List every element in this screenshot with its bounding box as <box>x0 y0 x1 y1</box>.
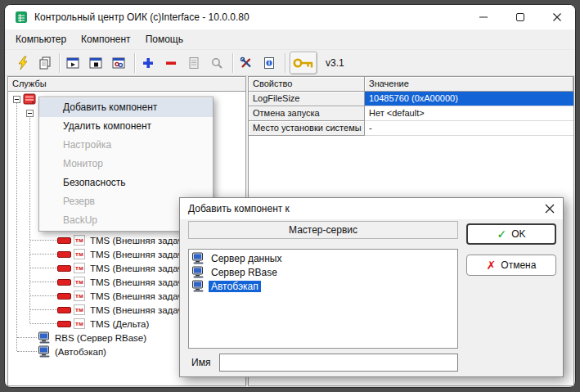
toolbar-version-label: v3.1 <box>326 57 344 69</box>
remove-component-button[interactable] <box>160 52 182 74</box>
documents-icon <box>38 56 52 70</box>
check-icon: ✓ <box>497 228 506 241</box>
toolbar-separator <box>232 53 234 73</box>
component-type-list[interactable]: Сервер данных Сервер RBase Автобэкап <box>188 249 458 349</box>
close-button[interactable] <box>538 5 575 29</box>
document-icon <box>187 56 201 70</box>
toolbar: v3.1 <box>5 49 575 76</box>
info-icon <box>262 56 277 70</box>
gears-window-icon <box>111 56 126 70</box>
computer-icon <box>191 252 205 264</box>
close-icon <box>545 204 555 214</box>
tm-component-icon: тм <box>74 291 85 301</box>
start-component-button[interactable] <box>62 52 83 74</box>
computer-icon <box>191 280 205 292</box>
tree-item-label: TMS (Внешняя задача) <box>90 277 191 287</box>
dialog-title: Добавить компонент к <box>188 203 290 214</box>
ok-button[interactable]: ✓ OK <box>466 223 556 245</box>
tm-component-icon: тм <box>74 263 85 273</box>
app-window: Контрольный центр ОИК (c)Interface - 10.… <box>4 4 576 388</box>
property-name-cell[interactable]: Место установки системы <box>249 121 365 136</box>
menu-item-monitor: Монитор <box>39 155 213 173</box>
properties-button[interactable] <box>183 52 205 74</box>
tree-item-label: TMS (Внешняя задача) <box>90 236 191 246</box>
toolbar-separator <box>285 53 286 73</box>
dialog-title-bar[interactable]: Добавить компонент к <box>180 198 563 219</box>
minus-icon <box>164 56 178 70</box>
tree-item-label: TMS (Дельта) <box>90 319 149 329</box>
tm-component-icon: тм <box>74 235 85 246</box>
menu-item-security[interactable]: Безопасность <box>39 173 213 192</box>
menu-component[interactable]: Компонент <box>74 29 138 49</box>
find-button[interactable] <box>206 52 227 74</box>
list-item-rbase-server[interactable]: Сервер RBase <box>189 265 457 279</box>
ok-label: OK <box>511 228 525 240</box>
tree-item-label: (Автобэкап) <box>55 347 106 357</box>
tools-icon <box>239 56 254 70</box>
list-item-label: Сервер данных <box>209 253 285 264</box>
stopped-status-icon <box>57 293 71 300</box>
add-component-dialog: Добавить компонент к Мастер-сервис ✓ OK … <box>179 197 564 377</box>
settings-tools-button[interactable] <box>236 52 257 74</box>
lightning-icon <box>16 56 30 70</box>
stopped-status-icon <box>57 279 71 286</box>
app-icon <box>15 11 28 24</box>
info-button[interactable] <box>259 52 280 74</box>
property-name-cell[interactable]: LogFileSize <box>249 92 365 106</box>
stopped-status-icon <box>57 237 71 244</box>
list-item-label: Сервер RBase <box>209 267 280 278</box>
stop-component-button[interactable] <box>85 52 106 74</box>
collapse-toggle[interactable] <box>26 110 34 117</box>
monitor-button[interactable] <box>108 52 129 74</box>
cancel-label: Отмена <box>501 259 536 271</box>
computer-icon <box>38 345 52 358</box>
menu-item-settings: Настройка <box>39 136 213 155</box>
menu-help[interactable]: Помощь <box>138 29 191 49</box>
minimize-icon <box>479 13 488 21</box>
menu-item-add-component[interactable]: Добавить компонент <box>39 98 213 117</box>
list-item-data-server[interactable]: Сервер данных <box>189 251 457 265</box>
computer-icon <box>38 331 52 344</box>
name-label: Имя <box>191 354 210 372</box>
cancel-button[interactable]: ✗ Отмена <box>466 255 556 276</box>
stopped-status-icon <box>57 321 71 327</box>
maximize-icon <box>516 13 524 21</box>
journal-button[interactable] <box>34 52 56 74</box>
tree-item-label: RBS (Сервер RBase) <box>55 333 146 343</box>
toolbar-separator <box>59 53 61 73</box>
security-key-button[interactable] <box>290 52 317 74</box>
add-component-button[interactable] <box>137 52 159 74</box>
property-value-cell[interactable]: Нет <default> <box>365 106 573 121</box>
target-service-panel: Мастер-сервис <box>188 221 458 239</box>
tm-component-icon: тм <box>74 318 85 329</box>
list-item-label-selected: Автобэкап <box>209 281 261 292</box>
maximize-button[interactable] <box>501 5 538 29</box>
close-icon <box>553 13 561 21</box>
tree-item-label: TMS (Внешняя задача) <box>90 250 191 259</box>
value-column-header[interactable]: Значение <box>365 77 573 92</box>
tm-component-icon: тм <box>74 277 85 287</box>
collapse-toggle[interactable] <box>13 96 20 103</box>
connect-button[interactable] <box>12 52 34 74</box>
component-name-input[interactable] <box>219 354 458 372</box>
minimize-button[interactable] <box>465 5 501 29</box>
toolbar-separator <box>134 53 136 73</box>
search-icon <box>209 56 224 70</box>
property-value-cell[interactable]: - <box>365 121 573 136</box>
title-bar[interactable]: Контрольный центр ОИК (c)Interface - 10.… <box>5 5 575 29</box>
property-value-cell-selected[interactable]: 10485760 (0xA00000) <box>365 92 573 106</box>
window-title: Контрольный центр ОИК (c)Interface - 10.… <box>34 11 250 23</box>
property-name-cell[interactable]: Отмена запуска <box>249 106 365 121</box>
menu-computer[interactable]: Компьютер <box>8 29 74 49</box>
dialog-close-button[interactable] <box>545 204 555 214</box>
tree-item-label: TMS (Внешняя задача) <box>90 264 191 273</box>
property-column-header[interactable]: Свойство <box>249 77 365 92</box>
services-panel-header: Службы <box>8 77 245 92</box>
plus-icon <box>141 56 155 70</box>
stopped-status-icon <box>57 251 71 258</box>
computer-root-icon <box>23 93 36 105</box>
key-icon <box>293 57 314 69</box>
menu-item-delete-component[interactable]: Удалить компонент <box>39 117 213 136</box>
list-item-autobackup[interactable]: Автобэкап <box>189 279 457 293</box>
x-mark-icon: ✗ <box>487 259 497 272</box>
